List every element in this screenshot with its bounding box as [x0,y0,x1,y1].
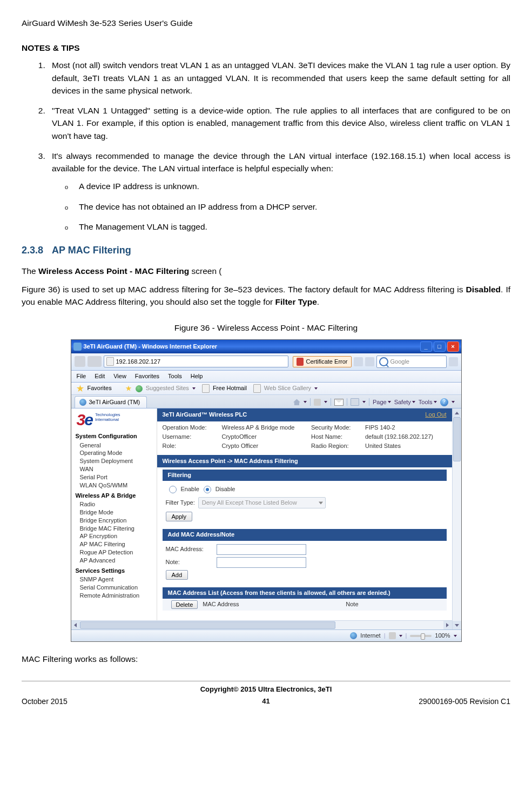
sidebar-item-wlan-qos[interactable]: WLAN QoS/WMM [76,481,157,490]
refresh-button[interactable] [354,357,363,366]
sidebar-item-ap-encryption[interactable]: AP Encryption [76,532,157,540]
home-icon[interactable] [293,399,300,405]
tools-menu-label: Tools [419,398,433,406]
page-header: AirGuard WiMesh 3e-523 Series User's Gui… [22,17,510,29]
filter-type-select[interactable]: Deny All Except Those Listed Below [198,497,326,508]
chevron-down-icon[interactable] [304,401,307,403]
minimize-button[interactable]: _ [420,341,432,352]
chevron-down-icon[interactable] [454,635,457,637]
arrow-left-icon [74,623,77,627]
close-button[interactable]: × [447,341,459,352]
horizontal-scrollbar[interactable] [71,620,452,629]
vertical-scrollbar[interactable] [452,408,461,629]
mail-icon[interactable] [334,399,344,406]
content-scroll-area: 3e Technologies International System Con… [71,408,461,629]
add-button[interactable]: Add [166,570,188,580]
hscroll-thumb[interactable] [80,621,335,629]
vscroll-up-arrow[interactable] [453,408,461,417]
vscroll-track[interactable] [453,461,461,621]
search-go-button[interactable] [449,357,458,366]
hscroll-track[interactable] [80,621,443,629]
forward-button[interactable] [87,356,102,367]
free-hotmail[interactable]: Free Hotmail [213,384,247,392]
menu-tools[interactable]: Tools [168,372,182,380]
sidebar-item-ap-mac-filtering[interactable]: AP MAC Filtering [76,540,157,548]
sidebar-item-serial-port[interactable]: Serial Port [76,473,157,481]
sidebar-item-radio[interactable]: Radio [76,500,157,508]
favorites-label[interactable]: Favorites [87,384,112,392]
zoom-slider[interactable] [410,635,432,637]
help-icon[interactable]: ? [440,398,448,406]
star-icon [77,385,84,392]
section-number: 2.3.8 [22,245,43,256]
hostname-value: default (192.168.202.127) [365,433,447,441]
separator [331,398,331,406]
page-menu[interactable]: Page [373,398,391,406]
hscroll-right-arrow[interactable] [443,621,452,629]
stop-button[interactable] [365,357,374,366]
chevron-down-icon[interactable] [314,387,318,390]
tools-menu[interactable]: Tools [419,398,437,406]
hscroll-left-arrow[interactable] [71,621,80,629]
cert-error-text: Certificate Error [306,358,347,366]
note-input[interactable] [217,557,306,568]
note-item-2: "Treat VLAN 1 Untagged" setting is a dev… [48,104,510,142]
menu-file[interactable]: File [77,372,86,380]
maximize-button[interactable]: □ [434,341,446,352]
tab-toolbar: Page Safety Tools ? [290,397,458,408]
sub-item-3: The Management VLAN is tagged. [65,220,510,233]
filtering-radio-row: Enable Disable [166,484,447,497]
sidebar-item-serial-comm[interactable]: Serial Communication [76,584,157,592]
arrow-down-icon [455,624,459,627]
address-bar[interactable]: 192.168.202.127 [104,356,289,367]
menu-edit[interactable]: Edit [95,372,105,380]
suggested-sites[interactable]: Suggested Sites [146,384,189,392]
certificate-error[interactable]: Certificate Error [293,356,351,367]
logout-link[interactable]: Log Out [425,411,446,419]
delete-button[interactable]: Delete [171,600,198,609]
sidebar-group-services: Services Settings [76,567,157,575]
sidebar-item-bridge-mac-filtering[interactable]: Bridge MAC Filtering [76,525,157,533]
chevron-down-icon[interactable] [399,635,402,637]
search-box[interactable]: Google [376,356,447,368]
para-2: Figure 36) is used to set up MAC address… [22,283,510,309]
chevron-down-icon[interactable] [452,401,455,403]
sidebar-item-ap-advanced[interactable]: AP Advanced [76,557,157,565]
region-value: United States [365,442,447,450]
back-button[interactable] [75,356,85,367]
vscroll-down-arrow[interactable] [453,621,461,629]
disable-radio[interactable] [204,486,211,493]
apply-button[interactable]: Apply [166,512,193,521]
sidebar-item-rogue-ap[interactable]: Rogue AP Detection [76,548,157,557]
menu-view[interactable]: View [113,372,126,380]
feed-icon[interactable] [314,399,321,406]
enable-radio[interactable] [169,486,177,493]
print-icon[interactable] [351,398,359,406]
sidebar-item-bridge-mode[interactable]: Bridge Mode [76,508,157,517]
sidebar-item-wan[interactable]: WAN [76,465,157,473]
sidebar-item-general[interactable]: General [76,441,157,450]
chevron-down-icon[interactable] [192,387,196,390]
window-title-bar: 3eTI AirGuard (TM) - Windows Internet Ex… [71,340,461,353]
search-placeholder: Google [390,358,409,366]
para2-post: . [317,297,319,306]
sidebar-item-bridge-encryption[interactable]: Bridge Encryption [76,517,157,525]
window-title: 3eTI AirGuard (TM) - Windows Internet Ex… [84,343,218,351]
menu-favorites[interactable]: Favorites [135,372,159,380]
mac-address-input[interactable] [217,544,306,555]
sidebar-item-system-deployment[interactable]: System Deployment [76,457,157,465]
safety-menu[interactable]: Safety [394,398,415,406]
sidebar-item-operating-mode[interactable]: Operating Mode [76,449,157,457]
vscroll-thumb[interactable] [453,417,461,461]
sidebar-item-remote-admin[interactable]: Remote Administration [76,592,157,600]
chevron-down-icon[interactable] [324,401,327,403]
shield-icon [297,358,304,366]
tab-airguard[interactable]: 3eTI AirGuard (TM) [75,396,147,408]
web-slice-gallery[interactable]: Web Slice Gallery [264,384,311,392]
mac-list-section-bar: MAC Address List (Access from these clie… [163,587,447,599]
chevron-down-icon[interactable] [362,401,366,403]
tab-bar: 3eTI AirGuard (TM) Page Safety Tools ? [71,395,461,408]
sidebar-item-snmp-agent[interactable]: SNMP Agent [76,575,157,584]
menu-help[interactable]: Help [191,372,203,380]
arrow-right-icon [446,623,449,627]
